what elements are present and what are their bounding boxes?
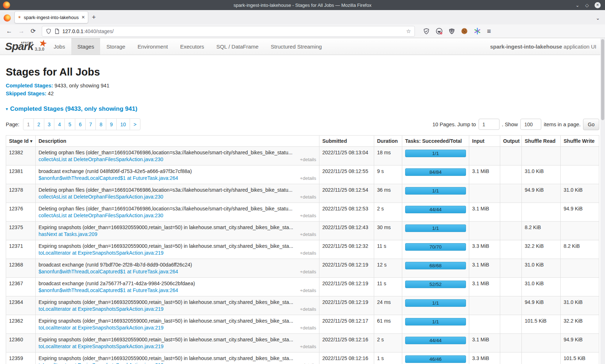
details-toggle[interactable]: +details bbox=[300, 288, 316, 293]
stage-id: 12376 bbox=[6, 203, 36, 222]
page-label: Page: bbox=[6, 122, 19, 127]
url-bar[interactable]: 127.0.0.1:4040/stages/ ☆ bbox=[42, 26, 415, 37]
tab-close-icon[interactable]: ✕ bbox=[81, 15, 85, 20]
table-row: 12360 Expiring snapshots (older_than=166… bbox=[6, 334, 599, 352]
stage-callsite-link[interactable]: collectAsList at DeleteOrphanFilesSparkA… bbox=[39, 156, 163, 162]
output-cell bbox=[500, 315, 522, 334]
nav-tab-structured-streaming[interactable]: Structured Streaming bbox=[265, 38, 328, 55]
go-button[interactable]: Go bbox=[583, 119, 599, 130]
list-all-tabs-icon[interactable]: ⌄ bbox=[596, 15, 600, 21]
back-button[interactable]: ← bbox=[6, 28, 12, 35]
stage-callsite-link[interactable]: hasNext at Tasks.java:209 bbox=[39, 231, 97, 237]
page-button-10[interactable]: 10 bbox=[116, 118, 130, 130]
nav-tab-executors[interactable]: Executors bbox=[174, 38, 210, 55]
cookie-extension-icon[interactable] bbox=[461, 28, 468, 35]
details-toggle[interactable]: +details bbox=[300, 306, 316, 312]
stage-callsite-link[interactable]: toLocalIterator at ExpireSnapshotsSparkA… bbox=[39, 325, 163, 331]
nav-tab-stages[interactable]: Stages bbox=[71, 38, 100, 55]
details-toggle[interactable]: +details bbox=[300, 213, 316, 218]
bookmark-star-icon[interactable]: ☆ bbox=[406, 28, 411, 35]
column-header-3[interactable]: Duration bbox=[374, 136, 402, 147]
shield-icon[interactable] bbox=[46, 28, 51, 34]
nav-tab-storage[interactable]: Storage bbox=[100, 38, 131, 55]
page-button-8[interactable]: 8 bbox=[95, 118, 106, 130]
column-header-6[interactable]: Output bbox=[500, 136, 522, 147]
stage-id: 12359 bbox=[6, 352, 36, 364]
stage-callsite-link[interactable]: collectAsList at DeleteOrphanFilesSparkA… bbox=[39, 194, 163, 200]
show-items-input[interactable] bbox=[520, 119, 541, 130]
details-toggle[interactable]: +details bbox=[300, 157, 316, 162]
stage-callsite-link[interactable]: toLocalIterator at ExpireSnapshotsSparkA… bbox=[39, 250, 163, 256]
tasks-progress-label: 1/1 bbox=[432, 300, 439, 306]
vertical-scrollbar[interactable] bbox=[600, 38, 605, 364]
shuffle-read-cell bbox=[522, 334, 561, 352]
page-next-button[interactable]: > bbox=[130, 118, 140, 130]
column-header-8[interactable]: Shuffle Write bbox=[561, 136, 599, 147]
app-name: spark-ingest-into-lakehouse bbox=[490, 44, 562, 50]
browser-tab[interactable]: ✶ spark-ingest-into-lakehous ✕ bbox=[14, 11, 88, 23]
spark-logo[interactable]: APACHE Spark ★ 3.3.0 bbox=[0, 38, 48, 55]
shield-check-extension-icon[interactable] bbox=[423, 28, 430, 35]
completed-stages-link[interactable]: Completed Stages: bbox=[6, 83, 53, 88]
ublock-extension-icon[interactable] bbox=[449, 28, 455, 35]
column-header-0[interactable]: Stage Id ▾ bbox=[6, 136, 36, 147]
shuffle-write-cell bbox=[561, 259, 599, 278]
column-header-1[interactable]: Description bbox=[36, 136, 319, 147]
input-cell: 3.3 MiB bbox=[469, 240, 500, 259]
stage-callsite-link[interactable]: toLocalIterator at ExpireSnapshotsSparkA… bbox=[39, 306, 163, 312]
minimize-button[interactable]: ⌄ bbox=[575, 3, 579, 8]
reload-button[interactable]: ⟳ bbox=[31, 27, 36, 35]
nav-tab-jobs[interactable]: Jobs bbox=[48, 38, 71, 55]
apache-label: APACHE bbox=[21, 41, 33, 44]
completed-stages-section-toggle[interactable]: ▾ Completed Stages (9433, only showing 9… bbox=[6, 105, 599, 113]
details-toggle[interactable]: +details bbox=[300, 250, 316, 256]
details-toggle[interactable]: +details bbox=[300, 325, 316, 331]
skipped-stages-link[interactable]: Skipped Stages: bbox=[6, 91, 46, 96]
column-header-4[interactable]: Tasks: Succeeded/Total bbox=[402, 136, 469, 147]
tasks-progress-bar: 44/44 bbox=[405, 337, 466, 344]
details-toggle[interactable]: +details bbox=[300, 194, 316, 200]
asterisk-extension-icon[interactable] bbox=[474, 28, 481, 35]
stage-callsite-link[interactable]: toLocalIterator at ExpireSnapshotsSparkA… bbox=[39, 343, 163, 349]
submitted-cell: 2022/11/25 08:12:19 bbox=[319, 278, 374, 296]
stage-callsite-link[interactable]: $anonfun$withThreadLocalCaptured$1 at Fu… bbox=[39, 287, 178, 293]
details-toggle[interactable]: +details bbox=[300, 232, 316, 237]
nav-tab-environment[interactable]: Environment bbox=[131, 38, 174, 55]
page-button-2[interactable]: 2 bbox=[33, 118, 44, 130]
skipped-stages-value: 42 bbox=[46, 91, 54, 96]
nav-tab-sql-dataframe[interactable]: SQL / DataFrame bbox=[210, 38, 265, 55]
tasks-progress-label: 44/44 bbox=[430, 338, 442, 343]
page-button-3[interactable]: 3 bbox=[44, 118, 55, 130]
jump-to-input[interactable] bbox=[479, 119, 499, 130]
page-button-5[interactable]: 5 bbox=[64, 118, 75, 130]
details-toggle[interactable]: +details bbox=[300, 176, 316, 181]
input-cell bbox=[469, 147, 500, 165]
stage-callsite-link[interactable]: $anonfun$withThreadLocalCaptured$1 at Fu… bbox=[39, 175, 178, 181]
column-header-5[interactable]: Input bbox=[469, 136, 500, 147]
page-button-9[interactable]: 9 bbox=[106, 118, 117, 130]
details-toggle[interactable]: +details bbox=[300, 344, 316, 349]
page-button-1[interactable]: 1 bbox=[23, 118, 34, 130]
page-button-7[interactable]: 7 bbox=[85, 118, 96, 130]
maximize-button[interactable]: ◇ bbox=[585, 3, 589, 8]
details-toggle[interactable]: +details bbox=[300, 269, 316, 274]
stage-callsite-link[interactable]: $anonfun$withThreadLocalCaptured$1 at Fu… bbox=[39, 269, 178, 274]
details-toggle[interactable]: +details bbox=[300, 363, 316, 364]
stage-callsite-link[interactable]: collectAsList at DeleteOrphanFilesSparkA… bbox=[39, 213, 163, 218]
column-header-2[interactable]: Submitted bbox=[319, 136, 374, 147]
close-button[interactable]: ✕ bbox=[595, 2, 601, 8]
table-row: 12367 broadcast exchange (runId 2a75677f… bbox=[6, 278, 599, 296]
url-path: :4040/stages/ bbox=[84, 28, 114, 34]
page-info-icon[interactable] bbox=[54, 28, 59, 34]
stage-callsite-link[interactable]: toLocalIterator at ExpireSnapshotsSparkA… bbox=[39, 362, 163, 364]
tab-title: spark-ingest-into-lakehous bbox=[24, 15, 79, 20]
page-button-4[interactable]: 4 bbox=[54, 118, 65, 130]
page-button-6[interactable]: 6 bbox=[75, 118, 86, 130]
menu-icon[interactable]: ≡ bbox=[487, 28, 491, 35]
column-header-7[interactable]: Shuffle Read bbox=[522, 136, 561, 147]
firefox-view-icon[interactable] bbox=[4, 14, 11, 22]
scrollbar-thumb[interactable] bbox=[601, 39, 604, 120]
new-tab-button[interactable]: + bbox=[92, 13, 96, 21]
input-cell bbox=[469, 296, 500, 315]
mask-extension-icon[interactable] bbox=[436, 28, 443, 35]
